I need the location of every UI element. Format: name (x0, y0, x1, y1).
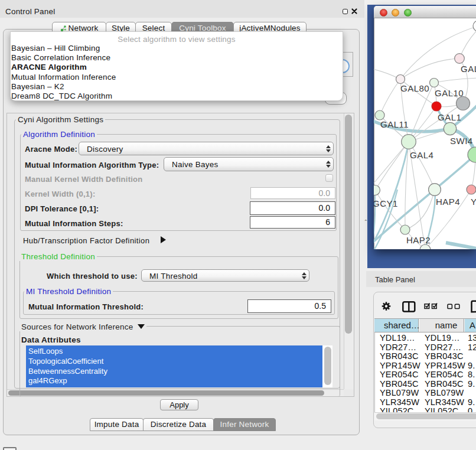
svg-text:GAL1: GAL1 (438, 112, 461, 122)
svg-text:GAL11: GAL11 (380, 119, 409, 129)
svg-text:HAP4: HAP4 (436, 197, 460, 207)
svg-text:GAL80: GAL80 (400, 83, 429, 93)
svg-text:HAP2: HAP2 (406, 235, 431, 245)
svg-text:SWI4: SWI4 (450, 136, 473, 146)
svg-text:GAL4: GAL4 (410, 150, 433, 160)
svg-text:YER: YER (471, 197, 476, 207)
svg-text:GAL2: GAL2 (461, 64, 476, 74)
svg-text:GAL10: GAL10 (435, 88, 464, 98)
svg-text:GCY1: GCY1 (374, 198, 398, 208)
